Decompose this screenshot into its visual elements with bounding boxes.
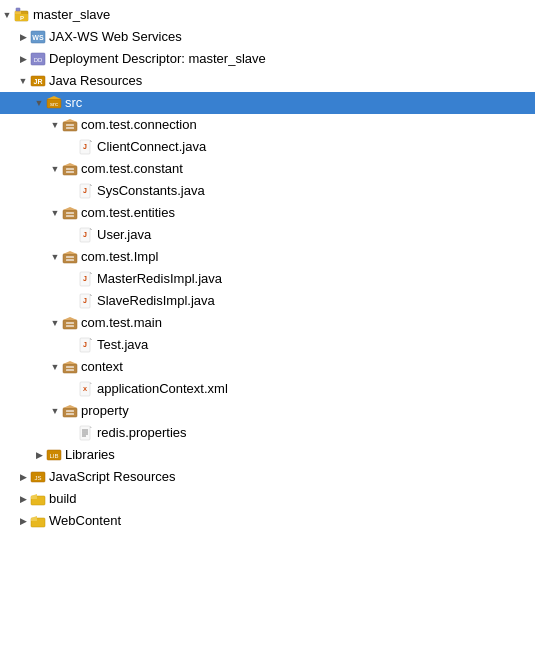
svg-marker-39 xyxy=(63,251,77,254)
tree-arrow-javaresources[interactable] xyxy=(16,74,30,88)
tree-item-sysconstants[interactable]: J SysConstants.java xyxy=(0,180,535,202)
svg-marker-12 xyxy=(47,96,61,99)
xml-icon: X xyxy=(78,381,94,397)
svg-rect-69 xyxy=(80,426,90,440)
tree-item-jaxws[interactable]: WS JAX-WS Web Services xyxy=(0,26,535,48)
descriptor-icon: DD xyxy=(30,51,46,67)
svg-marker-63 xyxy=(90,382,92,384)
tree-item-context[interactable]: context xyxy=(0,356,535,378)
tree-item-pkg_main[interactable]: com.test.main xyxy=(0,312,535,334)
tree-arrow-webcontent[interactable] xyxy=(16,514,30,528)
tree-item-redisprops[interactable]: redis.properties xyxy=(0,422,535,444)
svg-rect-33 xyxy=(66,215,74,217)
svg-text:DD: DD xyxy=(34,57,43,63)
tree-label-pkg_connection: com.test.connection xyxy=(81,114,197,136)
tree-label-master_slave: master_slave xyxy=(33,4,110,26)
package-icon xyxy=(62,315,78,331)
tree-arrow-pkg_constant[interactable] xyxy=(48,162,62,176)
tree-item-pkg_connection[interactable]: com.test.connection xyxy=(0,114,535,136)
tree-arrow-pkg_entities[interactable] xyxy=(48,206,62,220)
tree-arrow-descriptor[interactable] xyxy=(16,52,30,66)
tree-item-webcontent[interactable]: WebContent xyxy=(0,510,535,532)
package-icon xyxy=(62,161,78,177)
tree-item-libraries[interactable]: LIB Libraries xyxy=(0,444,535,466)
tree-item-masterredisimpl[interactable]: J MasterRedisImpl.java xyxy=(0,268,535,290)
svg-text:P: P xyxy=(20,15,24,21)
tree-label-pkg_impl: com.test.Impl xyxy=(81,246,158,268)
svg-text:J: J xyxy=(83,231,87,238)
javafile-icon: J xyxy=(78,293,94,309)
tree-item-src[interactable]: src src xyxy=(0,92,535,114)
tree-arrow-src[interactable] xyxy=(32,96,46,110)
tree-arrow-jsresources[interactable] xyxy=(16,470,30,484)
tree-label-jsresources: JavaScript Resources xyxy=(49,466,175,488)
svg-rect-83 xyxy=(31,518,37,521)
svg-marker-84 xyxy=(31,516,37,518)
svg-marker-23 xyxy=(63,163,77,166)
svg-marker-59 xyxy=(63,361,77,364)
javafile-icon: J xyxy=(78,271,94,287)
webservices-icon: WS xyxy=(30,29,46,45)
package-icon xyxy=(62,359,78,375)
tree-item-descriptor[interactable]: DD Deployment Descriptor: master_slave xyxy=(0,48,535,70)
svg-rect-22 xyxy=(63,166,77,175)
svg-rect-67 xyxy=(66,410,74,412)
svg-rect-1 xyxy=(15,11,21,14)
svg-text:J: J xyxy=(83,297,87,304)
tree-arrow-master_slave[interactable] xyxy=(0,8,14,22)
svg-rect-80 xyxy=(31,496,37,499)
tree-arrow-pkg_impl[interactable] xyxy=(48,250,62,264)
svg-text:JR: JR xyxy=(34,78,43,85)
javafile-icon: J xyxy=(78,337,94,353)
svg-rect-68 xyxy=(66,413,74,415)
tree-arrow-test xyxy=(64,338,78,352)
file-tree: P master_slave WS JAX-WS Web Services DD… xyxy=(0,0,535,646)
svg-text:J: J xyxy=(83,275,87,282)
tree-arrow-property[interactable] xyxy=(48,404,62,418)
svg-rect-60 xyxy=(66,366,74,368)
tree-arrow-redisprops xyxy=(64,426,78,440)
tree-item-pkg_impl[interactable]: com.test.Impl xyxy=(0,246,535,268)
tree-arrow-context[interactable] xyxy=(48,360,62,374)
tree-item-master_slave[interactable]: P master_slave xyxy=(0,4,535,26)
tree-arrow-pkg_main[interactable] xyxy=(48,316,62,330)
svg-marker-51 xyxy=(63,317,77,320)
tree-item-pkg_entities[interactable]: com.test.entities xyxy=(0,202,535,224)
tree-label-pkg_entities: com.test.entities xyxy=(81,202,175,224)
package-icon xyxy=(62,403,78,419)
tree-arrow-build[interactable] xyxy=(16,492,30,506)
tree-arrow-libraries[interactable] xyxy=(32,448,46,462)
tree-arrow-sysconstants xyxy=(64,184,78,198)
tree-arrow-pkg_connection[interactable] xyxy=(48,118,62,132)
tree-item-user[interactable]: J User.java xyxy=(0,224,535,246)
tree-item-slaveredisimpl[interactable]: J SlaveRedisImpl.java xyxy=(0,290,535,312)
svg-rect-24 xyxy=(66,168,74,170)
tree-item-jsresources[interactable]: JS JavaScript Resources xyxy=(0,466,535,488)
svg-rect-17 xyxy=(66,127,74,129)
folder-icon xyxy=(30,491,46,507)
tree-label-redisprops: redis.properties xyxy=(97,422,187,444)
tree-label-masterredisimpl: MasterRedisImpl.java xyxy=(97,268,222,290)
tree-item-appcontext[interactable]: X applicationContext.xml xyxy=(0,378,535,400)
tree-item-javaresources[interactable]: JR Java Resources xyxy=(0,70,535,92)
folder-icon xyxy=(30,513,46,529)
tree-item-test[interactable]: J Test.java xyxy=(0,334,535,356)
tree-item-build[interactable]: build xyxy=(0,488,535,510)
package-icon xyxy=(62,205,78,221)
tree-label-appcontext: applicationContext.xml xyxy=(97,378,228,400)
tree-item-property[interactable]: property xyxy=(0,400,535,422)
tree-label-jaxws: JAX-WS Web Services xyxy=(49,26,182,48)
svg-marker-31 xyxy=(63,207,77,210)
src-icon: src xyxy=(46,95,62,111)
package-icon xyxy=(62,117,78,133)
tree-item-clientconnect[interactable]: J ClientConnect.java xyxy=(0,136,535,158)
tree-arrow-jaxws[interactable] xyxy=(16,30,30,44)
tree-label-pkg_constant: com.test.constant xyxy=(81,158,183,180)
javafile-icon: J xyxy=(78,227,94,243)
tree-item-pkg_constant[interactable]: com.test.constant xyxy=(0,158,535,180)
tree-label-pkg_main: com.test.main xyxy=(81,312,162,334)
svg-text:LIB: LIB xyxy=(49,453,58,459)
tree-label-user: User.java xyxy=(97,224,151,246)
svg-rect-53 xyxy=(66,325,74,327)
javafile-icon: J xyxy=(78,139,94,155)
